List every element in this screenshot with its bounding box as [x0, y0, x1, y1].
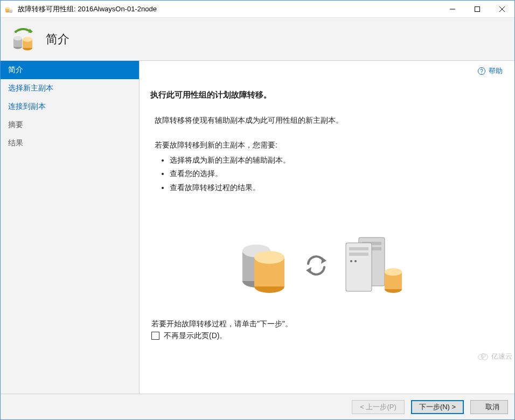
sidebar: 简介 选择新主副本 连接到副本 摘要 结果	[1, 61, 140, 394]
svg-point-38	[478, 354, 483, 359]
svg-point-39	[482, 354, 488, 360]
dont-show-again-row: 不再显示此页(D)。	[151, 331, 498, 341]
help-link[interactable]: ? 帮助	[478, 66, 503, 76]
svg-point-40	[481, 354, 485, 358]
next-button[interactable]: 下一步(N) >	[411, 400, 464, 414]
bullet-list: 选择将成为新的主副本的辅助副本。 查看您的选择。 查看故障转移过程的结果。	[155, 154, 498, 194]
page-title: 简介	[46, 31, 69, 47]
svg-point-16	[23, 37, 32, 41]
watermark-text: 亿速云	[491, 352, 512, 361]
svg-rect-7	[475, 6, 480, 11]
dont-show-again-label: 不再显示此页(D)。	[164, 331, 227, 341]
failover-icon	[10, 26, 36, 52]
svg-point-22	[254, 251, 284, 264]
sync-arrows-icon	[304, 253, 329, 278]
svg-point-13	[13, 36, 22, 40]
window-title: 故障转移可用性组: 2016AlwaysOn-01-2node	[18, 4, 440, 14]
main-area: 简介 选择新主副本 连接到副本 摘要 结果 ? 帮助 执行此可用性组的计划故障转…	[1, 61, 514, 394]
window-controls	[440, 1, 514, 17]
svg-rect-31	[349, 247, 368, 250]
svg-marker-10	[29, 29, 33, 33]
sidebar-item-select-replica[interactable]: 选择新主副本	[1, 79, 139, 97]
svg-point-33	[350, 260, 352, 262]
illustration	[238, 233, 410, 298]
app-icon	[5, 5, 13, 13]
bullet-item: 选择将成为新的主副本的辅助副本。	[170, 154, 498, 167]
minimize-button[interactable]	[440, 1, 465, 17]
content-pane: ? 帮助 执行此可用性组的计划故障转移。 故障转移将使现有辅助副本成为此可用性组…	[140, 61, 514, 394]
sidebar-item-result[interactable]: 结果	[1, 134, 139, 152]
titlebar: 故障转移可用性组: 2016AlwaysOn-01-2node	[1, 1, 514, 18]
svg-point-2	[5, 7, 10, 9]
prev-button: < 上一步(P)	[352, 400, 405, 414]
dont-show-again-checkbox[interactable]	[151, 332, 159, 340]
bullet-item: 查看您的选择。	[170, 167, 498, 180]
cancel-button[interactable]: 取消	[470, 400, 508, 414]
sidebar-item-intro[interactable]: 简介	[1, 61, 139, 79]
close-button[interactable]	[490, 1, 514, 17]
button-bar: < 上一步(P) 下一步(N) > 取消	[1, 394, 514, 419]
sidebar-item-connect-replica[interactable]: 连接到副本	[1, 97, 139, 116]
svg-rect-32	[349, 253, 368, 256]
header-band: 简介	[1, 18, 514, 61]
svg-point-34	[354, 260, 357, 262]
sidebar-item-summary[interactable]: 摘要	[1, 116, 139, 134]
svg-point-37	[385, 268, 402, 276]
watermark: 亿速云	[477, 352, 512, 361]
servers-icon	[340, 233, 410, 298]
database-icon	[238, 236, 292, 295]
content-heading: 执行此可用性组的计划故障转移。	[150, 90, 498, 100]
bullet-item: 查看故障转移过程的结果。	[170, 181, 498, 194]
help-icon: ?	[478, 67, 485, 75]
wizard-window: 故障转移可用性组: 2016AlwaysOn-01-2node	[0, 0, 515, 420]
intro-paragraph: 故障转移将使现有辅助副本成为此可用性组的新主副本。	[155, 114, 498, 127]
svg-point-5	[9, 8, 12, 10]
body-text: 故障转移将使现有辅助副本成为此可用性组的新主副本。 若要故障转移到新的主副本，您…	[155, 114, 498, 195]
start-hint: 若要开始故障转移过程，请单击"下一步"。	[151, 319, 498, 329]
lead-line: 若要故障转移到新的主副本，您需要:	[155, 139, 498, 152]
help-label: 帮助	[489, 66, 503, 76]
maximize-button[interactable]	[465, 1, 490, 17]
